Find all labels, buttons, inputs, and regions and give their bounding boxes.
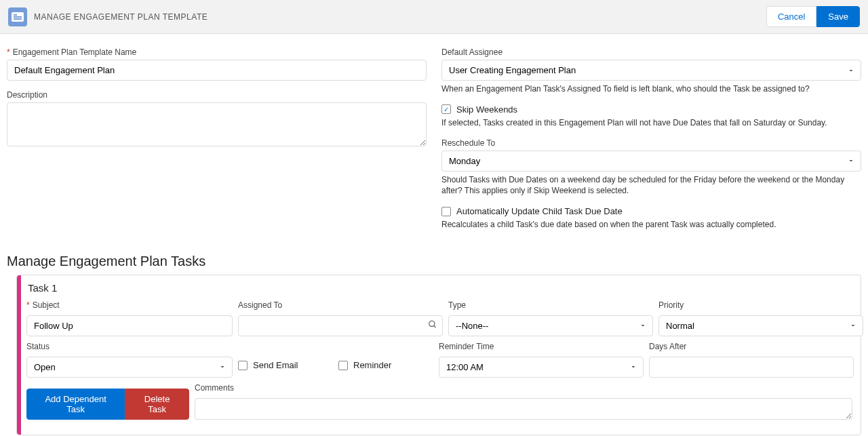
type-select[interactable]: --None--: [448, 315, 653, 336]
auto-update-label: Automatically Update Child Task Due Date: [456, 206, 623, 216]
cancel-button[interactable]: Cancel: [766, 6, 816, 27]
assignee-help: When an Engagement Plan Task's Assigned …: [441, 83, 861, 95]
reminder-checkbox[interactable]: [338, 361, 348, 370]
task-card-1: Task 1 Subject Assigned To Type --None--: [16, 275, 861, 435]
subject-field: Subject: [26, 300, 233, 336]
content-area: Engagement Plan Template Name Descriptio…: [0, 34, 868, 436]
comments-label: Comments: [195, 383, 852, 393]
description-textarea[interactable]: [7, 102, 427, 146]
reminder-time-select[interactable]: 12:00 AM: [439, 357, 644, 378]
send-email-label: Send Email: [253, 360, 298, 370]
save-button[interactable]: Save: [816, 6, 860, 27]
task-accent: [17, 275, 21, 435]
skip-weekends-label: Skip Weekends: [456, 104, 517, 115]
add-dependent-task-button[interactable]: Add Dependent Task: [26, 389, 125, 420]
reschedule-field: Reschedule To Monday Should Tasks with D…: [441, 138, 861, 197]
comments-textarea[interactable]: [195, 398, 852, 420]
assignee-field: Default Assignee User Creating Engagemen…: [441, 47, 861, 95]
left-column: Engagement Plan Template Name Descriptio…: [7, 47, 427, 240]
name-field: Engagement Plan Template Name: [7, 47, 427, 81]
reschedule-select[interactable]: Monday: [441, 151, 861, 172]
skip-weekends-help: If selected, Tasks created in this Engag…: [441, 117, 861, 129]
name-label: Engagement Plan Template Name: [7, 47, 427, 57]
subject-input[interactable]: [26, 315, 233, 336]
send-email-checkbox[interactable]: [238, 361, 248, 370]
right-column: Default Assignee User Creating Engagemen…: [441, 47, 861, 240]
reminder-label-text: Reminder: [353, 360, 391, 370]
svg-rect-1: [14, 14, 17, 16]
auto-update-checkbox[interactable]: [441, 207, 451, 216]
reminder-field: Reminder: [338, 353, 433, 378]
status-field: Status Open: [26, 342, 233, 378]
assignee-label: Default Assignee: [441, 47, 861, 57]
delete-task-button[interactable]: Delete Task: [125, 389, 189, 420]
auto-update-field: Automatically Update Child Task Due Date…: [441, 206, 861, 231]
type-label: Type: [448, 300, 653, 310]
type-field: Type --None--: [448, 300, 653, 336]
skip-weekends-field: Skip Weekends If selected, Tasks created…: [441, 104, 861, 129]
reschedule-label: Reschedule To: [441, 138, 861, 148]
app-icon: [8, 7, 27, 26]
header-left: MANAGE ENGAGEMENT PLAN TEMPLATE: [8, 7, 208, 26]
task-1-title: Task 1: [28, 282, 852, 294]
reschedule-help: Should Tasks with Due Dates on a weekend…: [441, 174, 861, 197]
days-after-input[interactable]: [649, 357, 854, 378]
priority-select[interactable]: Normal: [658, 315, 863, 336]
description-label: Description: [7, 90, 427, 100]
status-select[interactable]: Open: [26, 357, 233, 378]
svg-rect-3: [14, 18, 22, 20]
subject-label: Subject: [26, 300, 233, 310]
assigned-to-label: Assigned To: [238, 300, 443, 310]
description-field: Description: [7, 90, 427, 148]
skip-weekends-checkbox[interactable]: [441, 104, 451, 114]
reminder-time-field: Reminder Time 12:00 AM: [439, 342, 644, 378]
form-columns: Engagement Plan Template Name Descriptio…: [7, 47, 861, 240]
priority-field: Priority Normal: [658, 300, 863, 336]
header-actions: Cancel Save: [766, 6, 860, 27]
assigned-to-input[interactable]: [238, 315, 443, 336]
task-action-buttons: Add Dependent Task Delete Task: [26, 389, 189, 420]
status-label: Status: [26, 342, 233, 351]
days-after-label: Days After: [649, 342, 854, 351]
tasks-section-title: Manage Engagement Plan Tasks: [7, 254, 861, 269]
send-email-field: Send Email: [238, 353, 333, 378]
page-header: MANAGE ENGAGEMENT PLAN TEMPLATE Cancel S…: [0, 0, 868, 34]
priority-label: Priority: [658, 300, 863, 310]
assigned-to-field: Assigned To: [238, 300, 443, 336]
auto-update-help: Recalculates a child Task's due date bas…: [441, 219, 861, 231]
svg-rect-2: [14, 16, 22, 18]
name-input[interactable]: [7, 60, 427, 81]
reminder-time-label: Reminder Time: [439, 342, 644, 351]
comments-field: Comments: [195, 383, 852, 420]
assignee-select[interactable]: User Creating Engagement Plan: [441, 60, 861, 81]
days-after-field: Days After: [649, 342, 854, 378]
page-title: MANAGE ENGAGEMENT PLAN TEMPLATE: [34, 12, 208, 22]
